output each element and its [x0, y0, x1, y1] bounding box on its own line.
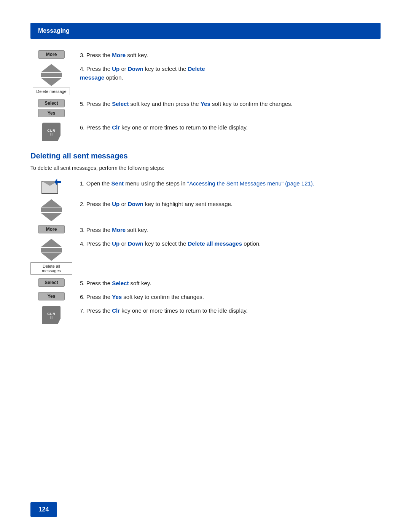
page-container: Messaging More 3. Press the More soft ke… — [0, 0, 411, 532]
page-number: 124 — [30, 502, 57, 517]
step2-text-6: 6. Press the Yes soft key to confirm the… — [80, 292, 381, 302]
step-icon-select-yes: Select Yes — [30, 99, 72, 119]
delete-all-label: Delete all messages — [30, 262, 72, 275]
step2-icon-more: More — [30, 225, 72, 235]
step2-row-7: CLR ||| 7. Press the Clr key one or more… — [30, 306, 381, 324]
step-row-5: Select Yes 5. Press the Select soft key … — [30, 99, 381, 119]
step-text-5: 5. Press the Select soft key and then pr… — [80, 99, 381, 109]
envelope-sent-icon — [41, 179, 61, 195]
step2-icon-nav-2 — [30, 199, 72, 221]
select-text-2: Select — [112, 280, 129, 286]
step2-num-1: 1. — [80, 180, 85, 187]
clr-key-icon: CLR ||| — [42, 123, 61, 141]
arrow-body-4b — [41, 248, 62, 252]
yes-button[interactable]: Yes — [38, 109, 65, 117]
step-num-3: 3. — [80, 52, 85, 58]
arrow-up-icon — [41, 64, 62, 72]
arrow-down-icon — [41, 78, 62, 86]
clr-label-bottom: ||| — [50, 133, 53, 135]
step-row-6: CLR ||| 6. Press the Clr key one or more… — [30, 123, 381, 141]
arrow-down-icon-4b — [41, 252, 62, 261]
step2-row-5: Select 5. Press the Select soft key. — [30, 278, 381, 288]
step-text-3: 3. Press the More soft key. — [80, 50, 381, 60]
step-row-4: Delete message 4. Press the Up or Down k… — [30, 64, 381, 95]
nav-arrows-2 — [41, 199, 62, 221]
sent-messages-link[interactable]: "Accessing the Sent Messages menu" (page… — [187, 180, 314, 187]
arrow-up-icon-4b — [41, 239, 62, 247]
clr-label-top-2: CLR — [47, 312, 56, 316]
step2-num-2: 2. — [80, 201, 85, 207]
step2-num-3: 3. — [80, 227, 85, 233]
step2-row-4: Delete all messages 4. Press the Up or D… — [30, 239, 381, 275]
step2-num-5: 5. — [80, 280, 85, 286]
clr-text-2: Clr — [112, 307, 120, 314]
step2-row-1: 1. Open the Sent menu using the steps in… — [30, 179, 381, 195]
step2-text-2: 2. Press the Up or Down key to highlight… — [80, 199, 381, 209]
step2-icon-yes: Yes — [30, 292, 72, 302]
step2-icon-envelope — [30, 179, 72, 195]
step-icon-more: More — [30, 50, 72, 60]
down-text-2: Down — [128, 201, 143, 207]
step-row-3: More 3. Press the More soft key. — [30, 50, 381, 60]
up-text-4b: Up — [112, 240, 119, 247]
select-button-2[interactable]: Select — [38, 278, 65, 287]
step2-row-2: 2. Press the Up or Down key to highlight… — [30, 199, 381, 221]
arrow-up-icon-2 — [41, 199, 62, 208]
step2-num-7: 7. — [80, 307, 85, 314]
yes-button-2[interactable]: Yes — [38, 292, 65, 300]
delete-message-label: Delete message — [33, 88, 70, 95]
step-text-6: 6. Press the Clr key one or more times t… — [80, 123, 381, 132]
step-text-4: 4. Press the Up or Down key to select th… — [80, 64, 381, 82]
step-icon-nav-4: Delete message — [30, 64, 72, 95]
nav-arrows-4b — [41, 239, 62, 261]
step2-num-4: 4. — [80, 240, 85, 247]
sent-text: Sent — [112, 180, 124, 187]
up-text: Up — [112, 66, 119, 72]
clr-label-top: CLR — [47, 129, 56, 133]
step2-icon-nav-4: Delete all messages — [30, 239, 72, 275]
delete-all-text: Delete all messages — [188, 240, 242, 247]
step2-row-6: Yes 6. Press the Yes soft key to confirm… — [30, 292, 381, 302]
yes-text: Yes — [201, 101, 210, 107]
step-num-5: 5. — [80, 101, 85, 107]
header-bar: Messaging — [30, 23, 381, 39]
section1-steps: More 3. Press the More soft key. Delete … — [30, 50, 381, 141]
header-title: Messaging — [38, 27, 70, 34]
section2-intro: To delete all sent messages, perform the… — [30, 165, 381, 171]
step-icon-clr-6: CLR ||| — [30, 123, 72, 141]
select-button[interactable]: Select — [38, 99, 65, 107]
clr-key-icon-2: CLR ||| — [42, 306, 61, 324]
clr-label-bottom-2: ||| — [50, 316, 53, 318]
more-text: More — [112, 52, 126, 58]
yes-text-2: Yes — [112, 294, 122, 300]
step2-icon-clr: CLR ||| — [30, 306, 72, 324]
down-text-4b: Down — [128, 240, 143, 247]
up-text-2: Up — [112, 201, 119, 207]
section2-steps: 1. Open the Sent menu using the steps in… — [30, 179, 381, 324]
step-num-4: 4. — [80, 66, 85, 72]
arrow-body — [41, 73, 62, 77]
more-button[interactable]: More — [38, 50, 65, 59]
arrow-body-2 — [41, 208, 62, 212]
step2-icon-select: Select — [30, 278, 72, 288]
section2-heading: Deleting all sent messages — [30, 152, 381, 160]
step2-text-7: 7. Press the Clr key one or more times t… — [80, 306, 381, 315]
nav-arrows-4 — [41, 64, 62, 86]
step2-text-5: 5. Press the Select soft key. — [80, 278, 381, 288]
more-text-2: More — [112, 227, 126, 233]
step2-num-6: 6. — [80, 294, 85, 300]
more-button-2[interactable]: More — [38, 225, 65, 233]
step2-text-1: 1. Open the Sent menu using the steps in… — [80, 179, 381, 188]
step2-text-3: 3. Press the More soft key. — [80, 225, 381, 235]
step-num-6: 6. — [80, 124, 85, 131]
arrow-down-icon-2 — [41, 213, 62, 221]
step2-row-3: More 3. Press the More soft key. — [30, 225, 381, 235]
select-text: Select — [112, 101, 129, 107]
step2-text-4: 4. Press the Up or Down key to select th… — [80, 239, 381, 248]
down-text: Down — [128, 66, 143, 72]
clr-text: Clr — [112, 124, 120, 131]
